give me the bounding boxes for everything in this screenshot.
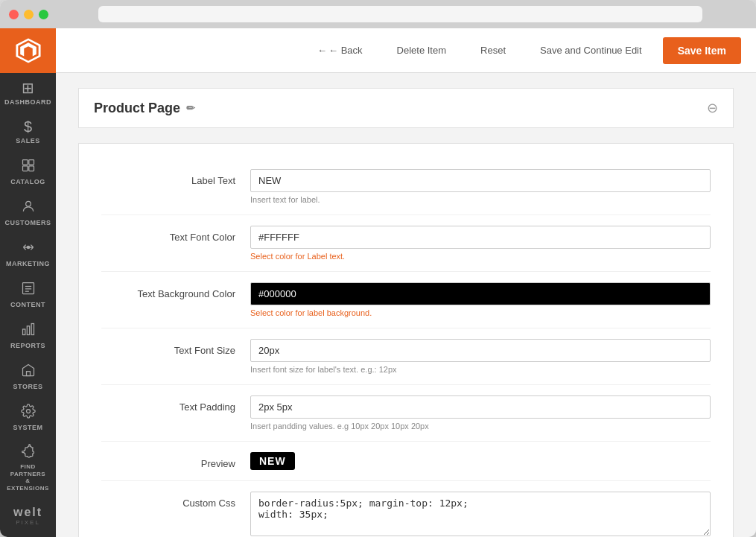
svg-point-5 (27, 246, 29, 248)
svg-rect-13 (26, 372, 30, 376)
text-font-color-input[interactable] (250, 226, 711, 249)
svg-rect-0 (22, 160, 28, 165)
back-arrow-icon: ← (317, 45, 327, 56)
app-layout: ⊞ DASHBOARD $ SALES CATALOG (0, 28, 756, 537)
svg-point-4 (25, 201, 31, 206)
label-text-hint: Insert text for label. (250, 195, 711, 204)
page-title-text: Product Page (94, 101, 180, 116)
extensions-icon (21, 443, 36, 460)
address-bar[interactable] (98, 6, 702, 22)
reports-icon (21, 322, 36, 339)
brand-name: welt (13, 506, 42, 518)
reset-button[interactable]: Reset (467, 39, 519, 62)
back-button[interactable]: ← ← Back (304, 39, 376, 62)
sidebar-item-content-label: CONTENT (10, 301, 45, 308)
main-content: ← ← Back Delete Item Reset Save and Cont… (56, 28, 756, 537)
text-padding-row: Text Padding Insert pandding values. e.g… (101, 385, 711, 442)
customers-icon (21, 199, 36, 216)
label-text-field: Insert text for label. (250, 169, 711, 204)
sidebar-item-stores[interactable]: STORES (0, 355, 56, 396)
marketing-icon (21, 240, 36, 257)
sidebar-item-system[interactable]: SYSTEM (0, 396, 56, 437)
preview-row: Preview NEW (101, 442, 711, 481)
back-label: ← Back (328, 45, 363, 56)
preview-field: NEW (250, 452, 711, 470)
system-icon (21, 404, 36, 421)
text-font-color-label: Text Font Color (101, 226, 250, 243)
page-content-area: Product Page ✏ ⊖ Label Text Insert text … (56, 73, 756, 537)
page-title: Product Page ✏ (94, 101, 195, 116)
svg-rect-11 (27, 326, 29, 335)
sidebar-item-catalog-label: CATALOG (10, 178, 45, 185)
svg-rect-12 (31, 324, 34, 335)
text-bg-color-label: Text Background Color (101, 282, 250, 299)
text-padding-hint: Insert pandding values. e.g 10px 20px 10… (250, 422, 711, 430)
svg-rect-1 (28, 160, 34, 165)
svg-rect-6 (22, 283, 34, 294)
sidebar-item-customers-label: CUSTOMERS (5, 219, 51, 226)
sidebar-item-sales[interactable]: $ SALES (0, 112, 56, 150)
stores-icon (21, 363, 36, 380)
text-font-size-field: Insert font size for label's text. e.g.:… (250, 339, 711, 374)
text-padding-input[interactable] (250, 395, 711, 419)
sidebar-item-reports[interactable]: REPORTS (0, 314, 56, 355)
app-window: ⊞ DASHBOARD $ SALES CATALOG (0, 0, 756, 537)
label-text-input[interactable] (250, 169, 711, 192)
delete-item-button[interactable]: Delete Item (384, 39, 460, 62)
maximize-button[interactable] (39, 10, 48, 19)
sidebar-item-sales-label: SALES (16, 137, 40, 144)
text-font-color-hint: Select color for Label text. (250, 252, 711, 261)
sidebar-item-extensions-label: FIND PARTNERS& EXTENSIONS (4, 463, 52, 492)
catalog-svg-icon (21, 158, 36, 173)
minimize-button[interactable] (24, 10, 34, 19)
titlebar (0, 0, 756, 28)
close-button[interactable] (9, 10, 19, 19)
label-text-row: Label Text Insert text for label. (101, 159, 711, 215)
sidebar-logo[interactable] (0, 28, 56, 73)
collapse-button[interactable]: ⊖ (707, 100, 718, 116)
system-svg-icon (21, 404, 36, 419)
text-font-size-input[interactable] (250, 339, 711, 362)
form-section: Label Text Insert text for label. Text F… (78, 143, 734, 537)
edit-title-icon[interactable]: ✏ (186, 102, 195, 114)
extensions-svg-icon (21, 443, 36, 458)
save-continue-button[interactable]: Save and Continue Edit (527, 39, 655, 62)
sales-icon: $ (24, 119, 32, 134)
sidebar-item-extensions[interactable]: FIND PARTNERS& EXTENSIONS (0, 437, 56, 496)
sidebar-item-catalog[interactable]: CATALOG (0, 150, 56, 191)
sidebar-item-reports-label: REPORTS (10, 342, 45, 349)
page-header: Product Page ✏ ⊖ (78, 88, 734, 128)
text-bg-color-field: Select color for label background. (250, 282, 711, 317)
text-bg-color-input[interactable] (250, 282, 711, 305)
sidebar-item-dashboard-label: DASHBOARD (4, 98, 51, 106)
sidebar-item-marketing[interactable]: MARKETING (0, 232, 56, 273)
sidebar-item-dashboard[interactable]: ⊞ DASHBOARD (0, 73, 56, 112)
custom-css-row: Custom Css border-radius:5px; margin-top… (101, 481, 711, 537)
preview-badge: NEW (250, 452, 295, 470)
sidebar-item-content[interactable]: CONTENT (0, 273, 56, 314)
custom-css-textarea[interactable]: border-radius:5px; margin-top: 12px; wid… (250, 492, 711, 536)
stores-svg-icon (21, 363, 36, 378)
sidebar-item-marketing-label: MARKETING (6, 260, 50, 267)
dashboard-icon: ⊞ (22, 80, 34, 95)
catalog-icon (21, 158, 36, 175)
marketing-svg-icon (21, 240, 36, 255)
sidebar-item-customers[interactable]: CUSTOMERS (0, 191, 56, 232)
custom-css-field: border-radius:5px; margin-top: 12px; wid… (250, 492, 711, 537)
sidebar-item-system-label: SYSTEM (13, 424, 42, 431)
label-text-label: Label Text (101, 169, 250, 186)
text-padding-label: Text Padding (101, 395, 250, 413)
sidebar-item-stores-label: STORES (13, 383, 43, 390)
magento-logo-icon (15, 37, 42, 64)
save-button[interactable]: Save Item (663, 37, 741, 64)
text-bg-color-hint: Select color for label background. (250, 308, 711, 317)
text-font-color-row: Text Font Color Select color for Label t… (101, 215, 711, 272)
svg-rect-10 (22, 329, 25, 335)
svg-rect-3 (28, 166, 34, 171)
text-font-size-hint: Insert font size for label's text. e.g.:… (250, 365, 711, 374)
preview-label: Preview (101, 452, 250, 469)
brand-sub: PIXEL (13, 519, 42, 526)
svg-rect-2 (22, 166, 28, 171)
customers-svg-icon (21, 199, 36, 214)
text-font-color-field: Select color for Label text. (250, 226, 711, 261)
